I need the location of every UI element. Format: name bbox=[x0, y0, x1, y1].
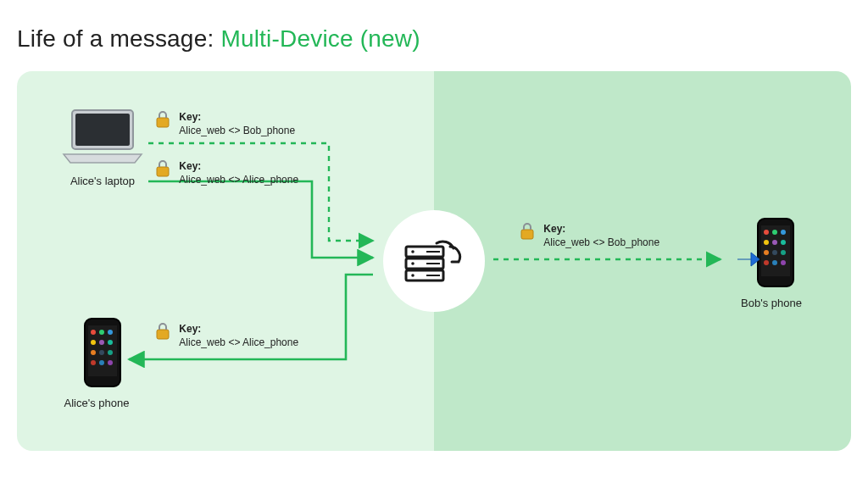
svg-point-34 bbox=[411, 262, 415, 265]
svg-point-9 bbox=[108, 340, 113, 345]
key-4-title: Key: bbox=[543, 223, 565, 235]
lock-icon bbox=[154, 159, 171, 181]
diagram-page: Life of a message: Multi-Device (new) bbox=[0, 0, 868, 500]
device-alice-laptop-label: Alice's laptop bbox=[56, 175, 149, 187]
svg-point-35 bbox=[411, 274, 415, 277]
svg-point-22 bbox=[772, 240, 777, 245]
lock-icon bbox=[519, 222, 536, 244]
svg-point-4 bbox=[91, 330, 96, 335]
key-4-pair: Alice_web <> Bob_phone bbox=[543, 236, 659, 248]
svg-rect-39 bbox=[157, 118, 169, 127]
key-block-3: Key: Alice_web <> Alice_phone bbox=[154, 322, 298, 349]
svg-point-8 bbox=[99, 340, 104, 345]
svg-rect-42 bbox=[521, 230, 533, 239]
lock-icon bbox=[154, 322, 171, 344]
svg-rect-1 bbox=[75, 114, 130, 146]
key-1-title: Key: bbox=[179, 111, 201, 123]
arrow-right-icon bbox=[736, 249, 761, 269]
svg-point-33 bbox=[411, 250, 415, 253]
phone-icon bbox=[756, 217, 795, 288]
key-3-pair: Alice_web <> Alice_phone bbox=[179, 336, 298, 348]
svg-point-5 bbox=[99, 330, 104, 335]
page-title: Life of a message: Multi-Device (new) bbox=[17, 25, 420, 53]
device-alice-laptop: Alice's laptop bbox=[56, 107, 149, 187]
key-block-2: Key: Alice_web <> Alice_phone bbox=[154, 159, 298, 186]
svg-point-19 bbox=[772, 230, 777, 235]
svg-point-13 bbox=[91, 360, 96, 365]
svg-point-29 bbox=[781, 260, 786, 265]
svg-point-6 bbox=[108, 330, 113, 335]
svg-point-18 bbox=[764, 230, 769, 235]
device-alice-phone-label: Alice's phone bbox=[61, 397, 132, 409]
device-alice-phone: Alice's phone bbox=[73, 317, 132, 409]
svg-point-26 bbox=[781, 250, 786, 255]
key-3-title: Key: bbox=[179, 323, 201, 335]
lock-icon bbox=[154, 110, 171, 132]
phone-icon bbox=[83, 317, 122, 388]
svg-point-28 bbox=[772, 260, 777, 265]
svg-point-10 bbox=[91, 350, 96, 355]
svg-point-15 bbox=[108, 360, 113, 365]
diagram-canvas: Alice's laptop Alice's phone bbox=[17, 71, 851, 451]
server-node bbox=[383, 210, 485, 312]
key-2-pair: Alice_web <> Alice_phone bbox=[179, 174, 298, 186]
svg-point-21 bbox=[764, 240, 769, 245]
key-1-pair: Alice_web <> Bob_phone bbox=[179, 125, 295, 136]
svg-point-25 bbox=[772, 250, 777, 255]
svg-point-27 bbox=[764, 260, 769, 265]
svg-point-7 bbox=[91, 340, 96, 345]
key-2-title: Key: bbox=[179, 160, 201, 172]
key-block-1: Key: Alice_web <> Bob_phone bbox=[154, 110, 295, 137]
svg-rect-41 bbox=[157, 330, 169, 339]
svg-point-12 bbox=[108, 350, 113, 355]
svg-point-11 bbox=[99, 350, 104, 355]
laptop-icon bbox=[60, 107, 145, 166]
svg-point-20 bbox=[781, 230, 786, 235]
svg-point-23 bbox=[781, 240, 786, 245]
device-bob-phone-label: Bob's phone bbox=[737, 297, 805, 309]
server-cloud-icon bbox=[398, 233, 470, 289]
svg-rect-40 bbox=[157, 167, 169, 176]
svg-point-14 bbox=[99, 360, 104, 365]
title-prefix: Life of a message: bbox=[17, 25, 220, 52]
title-accent: Multi-Device (new) bbox=[220, 25, 420, 52]
svg-point-24 bbox=[764, 250, 769, 255]
key-block-4: Key: Alice_web <> Bob_phone bbox=[519, 222, 659, 249]
